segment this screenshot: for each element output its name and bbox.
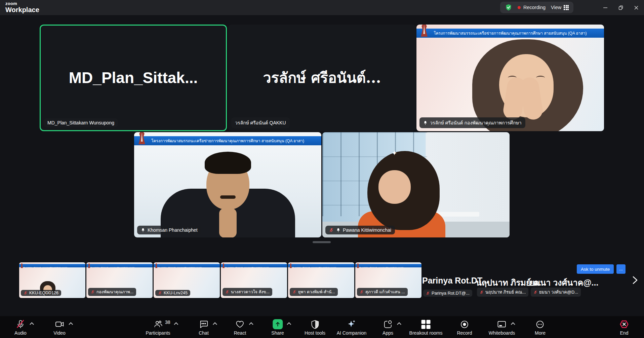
- ask-to-unmute-more-button[interactable]: ...: [616, 264, 626, 274]
- chat-icon: [199, 319, 209, 329]
- slide-banner: โครงการพัฒนาสมรรถนะเครือข่ายการพัฒนาคุณภ…: [416, 29, 604, 38]
- window-controls: [598, 0, 644, 15]
- titlebar: zoom Workplace Recording View: [0, 0, 644, 15]
- participant-name-pill: นางสาวดาวใจ สังข...: [223, 288, 272, 296]
- workplace-logo-text: Workplace: [5, 6, 39, 13]
- restore-button[interactable]: [613, 0, 629, 15]
- video-tile-khomsan[interactable]: โครงการพัฒนาสมรรถนะเครือข่ายการพัฒนาคุณภ…: [134, 132, 321, 237]
- heart-icon: [235, 319, 245, 329]
- chat-button[interactable]: Chat: [199, 319, 209, 336]
- filmstrip-tile[interactable]: โครงการพัฒนาสมรรถนะเครือข่ายการพัฒนาคุณภ…: [221, 262, 287, 298]
- person-mustache: [220, 195, 236, 199]
- react-options-chevron-icon[interactable]: [249, 322, 253, 327]
- minimize-button[interactable]: [598, 0, 613, 15]
- more-button[interactable]: More: [535, 319, 546, 336]
- participant-name-big: ยมนา วงศ์นาค@...: [530, 276, 598, 289]
- participant-name-label: กองพัฒนาคุณภาพ...: [96, 289, 133, 295]
- audio-button[interactable]: Audio: [14, 319, 27, 336]
- video-tile-woralak-video[interactable]: โครงการพัฒนาสมรรถนะเครือข่ายการพัฒนาคุณภ…: [416, 25, 604, 131]
- participant-name-label: ยุพา ดวงพิมพ์-สำนั...: [298, 289, 335, 295]
- pin-icon: [423, 121, 428, 125]
- audio-options-chevron-icon[interactable]: [30, 322, 34, 327]
- video-options-chevron-icon[interactable]: [69, 322, 73, 327]
- participant-name-label: วรลักษ์ ศรีอนันต์ กองพัฒนาคุณภาพการศึกษา: [430, 119, 522, 126]
- filmstrip-tile-text[interactable]: ยมนา วงศ์นาค@... ยมนา วงศ์นาค@D...: [530, 262, 583, 298]
- slide-banner-text: โครงการพัฒนาสมรรถนะเครือข่ายการพัฒนาคุณภ…: [288, 267, 354, 267]
- participant-video-art: โครงการพัฒนาสมรรถนะเครือข่ายการพัฒนาคุณภ…: [134, 132, 321, 237]
- breakout-rooms-button[interactable]: Breakout rooms: [409, 319, 443, 336]
- participant-name-label: Pawana Kittiwimonchai: [343, 227, 391, 233]
- whiteboards-options-chevron-icon[interactable]: [511, 322, 515, 327]
- slide-banner: โครงการพัฒนาสมรรถนะเครือข่ายการพัฒนาคุณภ…: [355, 264, 421, 267]
- participant-name-label: นฤปนาท ภิรมย์ คณ...: [485, 289, 526, 296]
- participant-name-pill: KKU-EQDD126: [21, 290, 61, 296]
- participant-name-pill: MD_Plan_Sittakarn Wunsupong: [44, 118, 118, 127]
- react-button[interactable]: React: [234, 319, 246, 336]
- filmstrip-tile[interactable]: โครงการพัฒนาสมรรถนะเครือข่ายการพัฒนาคุณภ…: [19, 262, 85, 298]
- filmstrip-next-chevron-icon[interactable]: [631, 276, 639, 285]
- apps-button[interactable]: Apps: [383, 319, 393, 336]
- zoom-logo-text: zoom: [5, 1, 39, 6]
- participants-icon: [153, 319, 163, 329]
- slide-banner-text: โครงการพัฒนาสมรรถนะเครือข่ายการพัฒนาคุณภ…: [221, 267, 287, 267]
- whiteboards-button[interactable]: Whiteboards: [489, 319, 515, 336]
- chat-options-chevron-icon[interactable]: [213, 322, 217, 327]
- apps-options-chevron-icon[interactable]: [397, 322, 401, 327]
- participant-name-pill: ยุพา ดวงพิมพ์-สำนั...: [290, 288, 338, 296]
- close-button[interactable]: [629, 0, 644, 15]
- apps-icon: [383, 319, 393, 329]
- audio-label: Audio: [14, 330, 27, 336]
- participant-name-big: MD_Plan_Sittak...: [41, 68, 226, 86]
- pin-icon: [336, 228, 340, 232]
- slide-banner: โครงการพัฒนาสมรรถนะเครือข่ายการพัฒนาคุณภ…: [221, 264, 287, 267]
- record-label: Record: [457, 330, 472, 336]
- slide-banner-text: โครงการพัฒนาสมรรถนะเครือข่ายการพัฒนาคุณภ…: [154, 267, 220, 267]
- recording-indicator[interactable]: Recording: [518, 5, 546, 10]
- filmstrip-tile[interactable]: โครงการพัฒนาสมรรถนะเครือข่ายการพัฒนาคุณภ…: [288, 262, 354, 298]
- filmstrip-tile-text[interactable]: Parinya Rot.DT... Parinya Rot.DT@...: [422, 262, 475, 298]
- share-label: Share: [271, 330, 284, 336]
- participant-name-pill: ยมนา วงศ์นาค@D...: [531, 288, 581, 297]
- slide-banner-text: โครงการพัฒนาสมรรถนะเครือข่ายการพัฒนาคุณภ…: [151, 138, 304, 144]
- breakout-rooms-grid-icon: [421, 320, 430, 329]
- participants-options-chevron-icon[interactable]: [174, 322, 178, 327]
- video-tile-pawana[interactable]: ✦ Pawana Kittiwimonchai: [322, 132, 510, 237]
- mic-muted-icon: [533, 290, 537, 294]
- record-icon: [459, 320, 469, 329]
- person-eye: [536, 76, 545, 80]
- ask-to-unmute-button[interactable]: Ask to unmute: [577, 264, 614, 274]
- view-button[interactable]: View: [551, 5, 569, 10]
- ai-companion-button[interactable]: AI Companion: [337, 319, 367, 336]
- filmstrip-tile-text[interactable]: นฤปนาท ภิรมย์ ค... นฤปนาท ภิรมย์ คณ...: [476, 262, 529, 298]
- participant-name-label: MD_Plan_Sittakarn Wunsupong: [47, 120, 114, 125]
- host-tools-button[interactable]: Host tools: [305, 319, 325, 336]
- view-label: View: [551, 5, 561, 10]
- slide-banner: โครงการพัฒนาสมรรถนะเครือข่ายการพัฒนาคุณภ…: [19, 264, 85, 267]
- video-button[interactable]: Video: [53, 319, 66, 336]
- end-meeting-button[interactable]: End: [619, 319, 629, 336]
- whiteboards-label: Whiteboards: [489, 330, 515, 336]
- camera-icon: [54, 319, 65, 329]
- slide-banner: โครงการพัฒนาสมรรถนะเครือข่ายการพัฒนาคุณภ…: [154, 264, 220, 267]
- ai-companion-label: AI Companion: [337, 330, 367, 336]
- filmstrip-drag-handle[interactable]: [313, 241, 331, 243]
- ai-companion-sparkle-icon: [347, 319, 357, 329]
- video-tile-md-plan[interactable]: MD_Plan_Sittak... MD_Plan_Sittakarn Wuns…: [40, 25, 227, 131]
- filmstrip-tile[interactable]: โครงการพัฒนาสมรรถนะเครือข่ายการพัฒนาคุณภ…: [86, 262, 153, 298]
- star-hairclip: ✦: [392, 149, 397, 157]
- share-button[interactable]: Share: [271, 319, 284, 336]
- filmstrip-tile[interactable]: โครงการพัฒนาสมรรถนะเครือข่ายการพัฒนาคุณภ…: [355, 262, 421, 298]
- participant-name-pill: Khomsan Phanchaiphet: [137, 226, 201, 234]
- react-label: React: [234, 330, 246, 336]
- more-ellipsis-icon: [535, 320, 545, 329]
- share-options-chevron-icon[interactable]: [287, 322, 291, 327]
- filmstrip-tile[interactable]: โครงการพัฒนาสมรรถนะเครือข่ายการพัฒนาคุณภ…: [154, 262, 220, 298]
- participant-name-label: Khomsan Phanchaiphet: [148, 227, 198, 233]
- apps-label: Apps: [383, 330, 393, 336]
- participants-button[interactable]: 38 Participants: [146, 319, 170, 336]
- security-shield-icon[interactable]: [505, 4, 512, 11]
- record-button[interactable]: Record: [457, 319, 472, 336]
- mic-muted-icon: [480, 290, 484, 294]
- video-tile-woralak-text[interactable]: วรลักษ์ ศรีอนันต์... วรลักษ์ ศรีอนันต์ Q…: [228, 25, 416, 131]
- meeting-status-pill: Recording View: [500, 2, 573, 13]
